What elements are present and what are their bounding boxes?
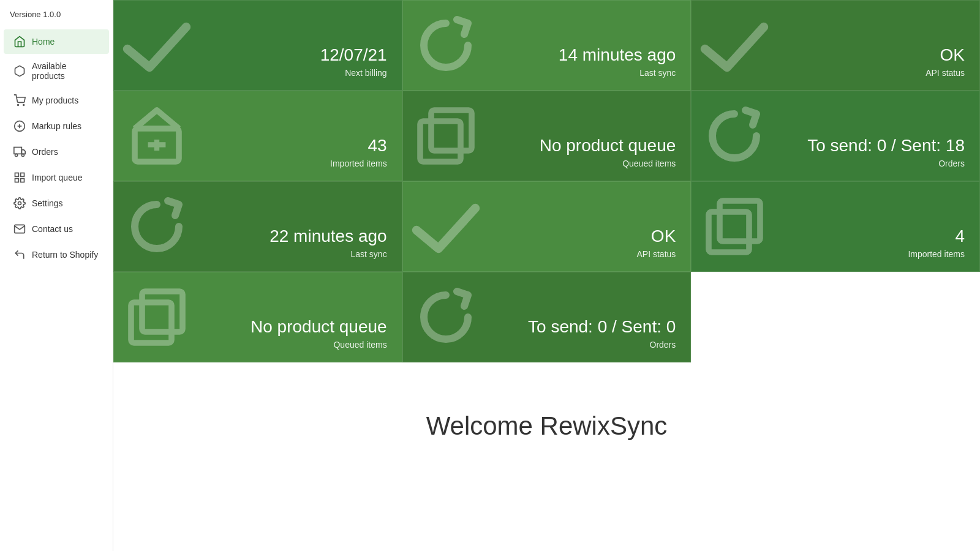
home-icon <box>13 36 26 48</box>
card-queued-items-2: No product queue Queued items <box>113 272 402 362</box>
card-label-api-status-1: API status <box>706 68 965 78</box>
money-icon <box>13 120 26 132</box>
card-value-api-status-1: OK <box>706 45 965 66</box>
sidebar-item-markup-rules[interactable]: Markup rules <box>4 114 109 138</box>
svg-point-1 <box>23 105 24 106</box>
package-icon <box>13 65 26 77</box>
card-value-imported-items-2: 4 <box>706 226 965 247</box>
card-label-orders-1: Orders <box>706 159 965 168</box>
return-icon <box>13 249 26 261</box>
sidebar-label-home: Home <box>32 37 55 47</box>
card-label-queued-items-2: Queued items <box>129 340 387 350</box>
sidebar-label-markup-rules: Markup rules <box>32 121 81 131</box>
svg-point-13 <box>18 202 21 205</box>
sidebar-item-home[interactable]: Home <box>4 29 109 54</box>
card-value-api-status-2: OK <box>418 226 676 247</box>
sidebar-label-contact-us: Contact us <box>32 224 73 234</box>
sidebar-item-import-queue[interactable]: Import queue <box>4 165 109 190</box>
card-imported-items-2: 4 Imported items <box>691 181 980 272</box>
card-last-sync-1: 14 minutes ago Last sync <box>402 0 692 91</box>
cart-icon <box>13 94 26 107</box>
card-value-queued-items-1: No product queue <box>418 135 676 156</box>
card-label-api-status-2: API status <box>418 249 676 259</box>
sidebar-version: Versione 1.0.0 <box>0 10 113 29</box>
card-imported-items-1: 43 Imported items <box>113 91 402 181</box>
sidebar-label-orders: Orders <box>32 147 58 157</box>
sidebar-item-available-products[interactable]: Available products <box>4 55 109 87</box>
sidebar-item-contact-us[interactable]: Contact us <box>4 217 109 241</box>
card-label-last-sync-2: Last sync <box>129 249 387 259</box>
sidebar-item-settings[interactable]: Settings <box>4 191 109 216</box>
card-label-last-sync-1: Last sync <box>418 68 676 78</box>
card-value-orders-2: To send: 0 / Sent: 0 <box>418 317 676 337</box>
svg-rect-11 <box>15 179 19 182</box>
svg-rect-5 <box>14 148 21 154</box>
card-value-next-billing: 12/07/21 <box>129 45 387 66</box>
card-label-imported-items-1: Imported items <box>129 159 387 168</box>
card-label-orders-2: Orders <box>418 340 676 350</box>
welcome-text: Welcome RewixSync <box>426 411 668 440</box>
card-queued-items-1: No product queue Queued items <box>402 91 692 181</box>
svg-marker-6 <box>21 150 25 154</box>
sidebar-item-return-shopify[interactable]: Return to Shopify <box>4 242 109 267</box>
card-value-last-sync-2: 22 minutes ago <box>129 226 387 247</box>
card-value-imported-items-1: 43 <box>129 135 387 156</box>
sidebar-item-my-products[interactable]: My products <box>4 88 109 113</box>
svg-point-8 <box>21 154 24 156</box>
sidebar-label-import-queue: Import queue <box>32 173 83 182</box>
welcome-section: Welcome RewixSync <box>113 362 980 465</box>
grid-icon <box>13 171 26 184</box>
sidebar-label-return-shopify: Return to Shopify <box>32 250 98 260</box>
gear-icon <box>13 197 26 209</box>
svg-rect-10 <box>21 173 24 177</box>
main-content: 12/07/21 Next billing 14 minutes ago Las… <box>113 0 980 551</box>
card-next-billing: 12/07/21 Next billing <box>113 0 402 91</box>
sidebar-label-available-products: Available products <box>32 61 99 81</box>
envelope-icon <box>13 223 26 235</box>
sidebar: Versione 1.0.0 Home Available products M… <box>0 0 113 551</box>
card-last-sync-2: 22 minutes ago Last sync <box>113 181 402 272</box>
card-label-next-billing: Next billing <box>129 68 387 78</box>
card-api-status-2: OK API status <box>402 181 692 272</box>
card-value-orders-1: To send: 0 / Sent: 18 <box>706 135 965 156</box>
card-value-last-sync-1: 14 minutes ago <box>418 45 676 66</box>
svg-rect-12 <box>21 179 24 182</box>
svg-point-0 <box>18 105 19 106</box>
sidebar-label-settings: Settings <box>32 198 63 208</box>
card-api-status-1: OK API status <box>691 0 980 91</box>
truck-icon <box>13 146 26 158</box>
card-orders-1: To send: 0 / Sent: 18 Orders <box>691 91 980 181</box>
sidebar-label-my-products: My products <box>32 96 78 105</box>
card-value-queued-items-2: No product queue <box>129 317 387 337</box>
card-label-imported-items-2: Imported items <box>706 249 965 259</box>
svg-point-7 <box>15 154 18 156</box>
card-orders-2: To send: 0 / Sent: 0 Orders <box>402 272 692 362</box>
dashboard-grid: 12/07/21 Next billing 14 minutes ago Las… <box>113 0 980 362</box>
svg-rect-9 <box>15 173 19 177</box>
sidebar-item-orders[interactable]: Orders <box>4 140 109 164</box>
card-label-queued-items-1: Queued items <box>418 159 676 168</box>
